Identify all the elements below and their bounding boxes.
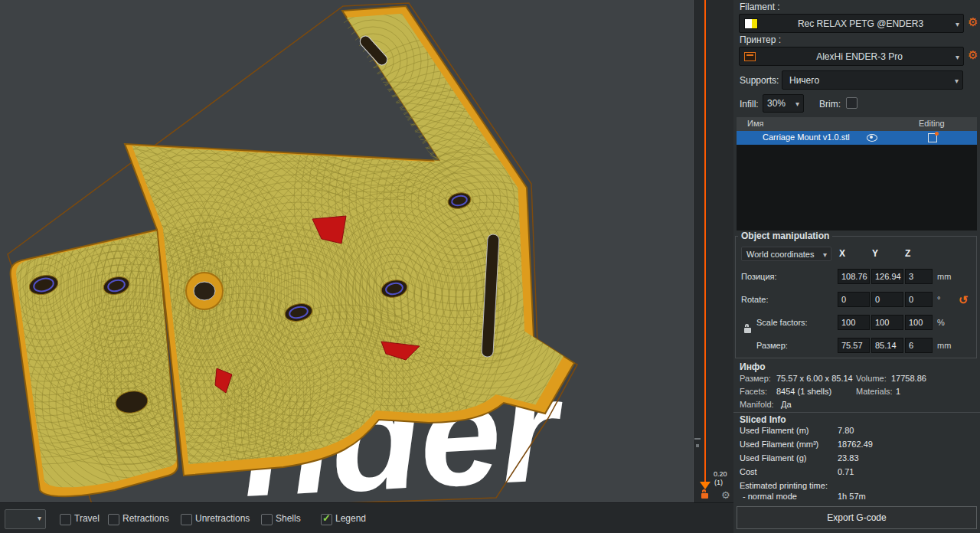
infill-label: Infill: — [740, 99, 759, 110]
chevron-down-icon: ▾ — [955, 76, 959, 84]
filament-settings-gear-icon[interactable]: ⚙ — [968, 16, 978, 28]
chevron-down-icon: ▾ — [956, 19, 959, 28]
legend-checkbox[interactable]: ✓ — [321, 514, 332, 525]
viewport-3d[interactable]: nder — [0, 0, 693, 502]
size-unit: mm — [937, 341, 951, 350]
coordinate-system-value: World coordinates — [742, 250, 831, 259]
axis-y-header: Y — [872, 248, 878, 259]
scale-unit: % — [937, 318, 945, 327]
rotate-y-input[interactable] — [871, 292, 903, 307]
object-manipulation-title: Object manipulation — [738, 231, 832, 241]
slider-settings-gear-icon[interactable]: ⚙ — [721, 489, 730, 501]
filament-combo[interactable]: Rec RELAX PETG @ENDER3 ▾ — [739, 14, 964, 33]
legend-label: Legend — [335, 513, 366, 524]
printer-value: AlexHi ENDER-3 Pro — [756, 51, 963, 62]
layer-height-value: 0.20 — [714, 470, 727, 478]
size-y-input[interactable] — [871, 338, 903, 353]
rotate-z-input[interactable] — [905, 292, 933, 307]
layer-slider-handle[interactable] — [700, 482, 710, 489]
chevron-down-icon: ▾ — [956, 52, 959, 60]
size-z-input[interactable] — [905, 338, 933, 353]
export-gcode-button[interactable]: Export G-code — [737, 506, 977, 529]
retractions-checkbox[interactable] — [108, 514, 119, 525]
unretractions-label: Unretractions — [195, 513, 250, 524]
column-editing: Editing — [919, 119, 945, 128]
check-icon: ✓ — [322, 512, 331, 524]
info-size-label: Размер: — [740, 374, 771, 383]
printer-label: Принтер : — [740, 34, 781, 45]
info-manifold-value: Да — [781, 400, 792, 409]
slider-tick — [696, 444, 699, 447]
shells-label: Shells — [276, 513, 301, 524]
rotate-unit: ° — [937, 295, 940, 304]
sliced-model-preview: nder — [0, 0, 693, 502]
unretractions-checkbox[interactable] — [181, 514, 192, 525]
infill-combo[interactable]: 30% ▾ — [763, 94, 804, 113]
size-x-input[interactable] — [838, 338, 870, 353]
rotate-reset-icon[interactable]: ↺ — [959, 293, 969, 307]
object-row-selected[interactable]: Carriage Mount v1.0.stl — [737, 131, 977, 145]
travel-label: Travel — [74, 513, 100, 524]
layer-slider-track[interactable] — [704, 0, 706, 483]
printer-combo[interactable]: AlexHi ENDER-3 Pro ▾ — [739, 47, 964, 66]
position-label: Позиция: — [741, 272, 777, 281]
layer-index-value: (1) — [714, 479, 723, 486]
normal-mode-label: - normal mode — [743, 492, 797, 501]
printing-time-label: Estimated printing time: — [740, 481, 828, 490]
supports-combo[interactable]: Ничего ▾ — [782, 70, 963, 90]
used-filament-mm3-value: 18762.49 — [838, 440, 873, 449]
info-materials-label: Materials: — [856, 387, 893, 396]
used-filament-m-value: 7.80 — [838, 426, 854, 435]
info-materials-value: 1 — [896, 387, 900, 396]
editing-icon[interactable] — [928, 133, 937, 142]
brim-checkbox[interactable] — [846, 97, 858, 109]
rotate-x-input[interactable] — [838, 292, 870, 307]
info-manifold-label: Manifold: — [740, 400, 774, 409]
printer-icon — [744, 52, 756, 61]
slider-lock-icon[interactable] — [701, 493, 708, 499]
chevron-down-icon: ▾ — [823, 250, 827, 258]
bottom-toolbar: ▾ Travel Retractions Unretractions Shell… — [0, 502, 733, 533]
used-filament-g-value: 23.83 — [838, 453, 859, 463]
info-volume-label: Volume: — [856, 374, 887, 383]
scale-x-input[interactable] — [838, 315, 870, 330]
scale-label: Scale factors: — [756, 318, 808, 327]
cost-label: Cost — [740, 467, 757, 476]
axis-x-header: X — [839, 248, 845, 259]
column-name: Имя — [747, 119, 763, 128]
scale-y-input[interactable] — [871, 315, 903, 330]
shells-checkbox[interactable] — [261, 514, 273, 525]
filament-label: Filament : — [740, 2, 780, 12]
info-section-title: Инфо — [740, 361, 766, 372]
normal-mode-value: 1h 57m — [838, 492, 866, 501]
visibility-eye-icon[interactable] — [867, 134, 877, 142]
used-filament-g-label: Used Filament (g) — [740, 453, 806, 463]
sliced-info-title: Sliced Info — [740, 414, 786, 425]
supports-value: Ничего — [782, 75, 962, 86]
coordinate-system-dropdown[interactable]: World coordinates ▾ — [741, 247, 831, 261]
layer-slider-strip: 0.20 (1) ⚙ — [693, 0, 733, 502]
retractions-label: Retractions — [122, 513, 169, 524]
printer-settings-gear-icon[interactable]: ⚙ — [968, 49, 978, 60]
axis-z-header: Z — [905, 248, 910, 259]
used-filament-mm3-label: Used Filament (mm³) — [740, 440, 818, 449]
cost-value: 0.71 — [838, 467, 854, 476]
info-facets-value: 8454 (1 shells) — [776, 387, 831, 396]
position-z-input[interactable] — [905, 269, 933, 284]
divider — [733, 412, 980, 413]
travel-checkbox[interactable] — [60, 514, 71, 525]
uniform-scale-lock-icon[interactable] — [744, 328, 751, 333]
position-unit: mm — [937, 272, 951, 281]
object-table-header: Имя Editing — [737, 117, 977, 131]
chevron-down-icon: ▾ — [795, 100, 799, 108]
brim-label: Brim: — [819, 99, 841, 110]
view-type-dropdown[interactable]: ▾ — [5, 509, 46, 529]
scale-z-input[interactable] — [905, 315, 933, 330]
object-list-empty-area[interactable] — [737, 145, 977, 231]
slicer-app: nder — [0, 0, 980, 533]
position-x-input[interactable] — [838, 269, 870, 284]
info-size-value: 75.57 x 6.00 x 85.14 — [776, 374, 853, 383]
position-y-input[interactable] — [871, 269, 903, 284]
used-filament-m-label: Used Filament (m) — [740, 426, 808, 435]
object-name: Carriage Mount v1.0.stl — [763, 132, 850, 142]
